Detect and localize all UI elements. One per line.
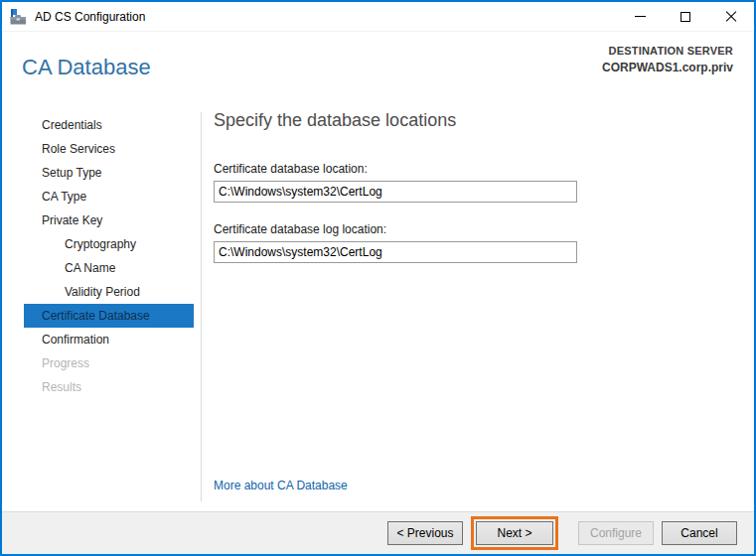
configure-button: Configure bbox=[578, 521, 654, 545]
certificate-database-log-location-label: Certificate database log location: bbox=[214, 222, 386, 236]
destination-server-block: DESTINATION SERVER CORPWADS1.corp.priv bbox=[602, 45, 733, 74]
certificate-database-log-location-input[interactable] bbox=[214, 241, 577, 263]
wizard-body: Credentials Role Services Setup Type CA … bbox=[2, 106, 754, 511]
close-button[interactable] bbox=[708, 2, 754, 31]
window-title: AD CS Configuration bbox=[35, 10, 145, 24]
certificate-database-location-label: Certificate database location: bbox=[214, 162, 368, 176]
sidebar-item-confirmation[interactable]: Confirmation bbox=[24, 328, 194, 351]
maximize-icon bbox=[680, 12, 690, 22]
sidebar-item-setup-type[interactable]: Setup Type bbox=[24, 161, 194, 185]
maximize-button[interactable] bbox=[663, 2, 708, 31]
toolbox-icon bbox=[10, 9, 27, 25]
content-heading: Specify the database locations bbox=[214, 110, 456, 131]
close-icon bbox=[725, 11, 737, 23]
destination-server-label: DESTINATION SERVER bbox=[602, 45, 733, 57]
sidebar-item-results: Results bbox=[24, 375, 194, 399]
sidebar-item-cryptography[interactable]: Cryptography bbox=[24, 232, 194, 256]
sidebar-divider bbox=[201, 112, 202, 501]
minimize-icon bbox=[635, 16, 646, 17]
sidebar-item-certificate-database[interactable]: Certificate Database bbox=[24, 304, 194, 328]
wizard-steps-nav: Credentials Role Services Setup Type CA … bbox=[24, 113, 194, 399]
sidebar-item-private-key[interactable]: Private Key bbox=[24, 208, 194, 232]
sidebar-item-credentials[interactable]: Credentials bbox=[24, 113, 194, 137]
next-button[interactable]: Next > bbox=[476, 521, 553, 545]
sidebar-item-ca-type[interactable]: CA Type bbox=[24, 185, 194, 208]
window-controls bbox=[617, 2, 754, 31]
destination-server-name: CORPWADS1.corp.priv bbox=[602, 61, 733, 74]
previous-button[interactable]: < Previous bbox=[387, 521, 463, 545]
page-content: Specify the database locations Certifica… bbox=[214, 106, 738, 511]
sidebar-item-progress: Progress bbox=[24, 351, 194, 375]
cancel-button[interactable]: Cancel bbox=[662, 521, 737, 545]
more-about-ca-database-link[interactable]: More about CA Database bbox=[214, 479, 348, 492]
page-title: CA Database bbox=[22, 55, 151, 80]
title-bar: AD CS Configuration bbox=[2, 2, 754, 32]
wizard-header: CA Database DESTINATION SERVER CORPWADS1… bbox=[2, 33, 754, 106]
button-bar: < Previous Next > Configure Cancel bbox=[2, 511, 754, 554]
sidebar-item-ca-name[interactable]: CA Name bbox=[24, 256, 194, 280]
sidebar-item-role-services[interactable]: Role Services bbox=[24, 137, 194, 161]
certificate-database-location-input[interactable] bbox=[214, 181, 577, 203]
wizard-window: AD CS Configuration CA Database DESTINAT… bbox=[0, 0, 756, 556]
sidebar-item-validity-period[interactable]: Validity Period bbox=[24, 280, 194, 304]
minimize-button[interactable] bbox=[617, 2, 663, 31]
